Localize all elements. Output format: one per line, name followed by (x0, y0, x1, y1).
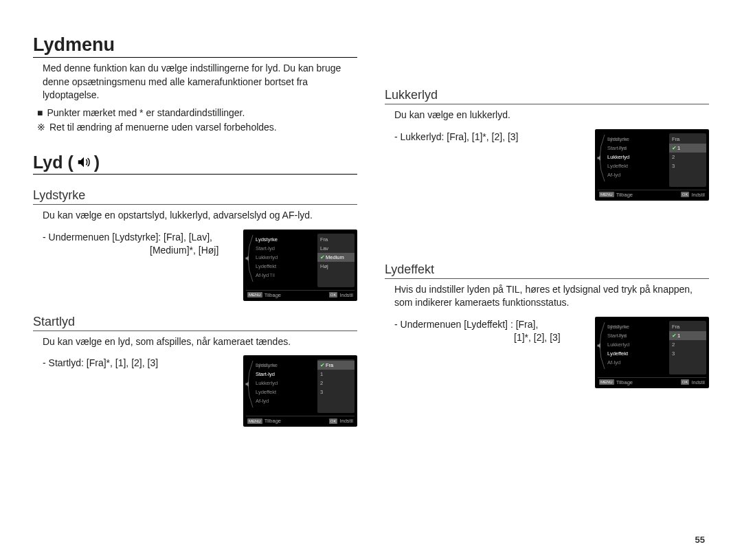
submenu-option: 3 (669, 161, 706, 170)
left-column: Lydmenu Med denne funktion kan du vælge … (33, 34, 357, 427)
lydeffekt-screenshot: LydstyrkeMedium Start-lydFra Lukkerlyd L… (595, 317, 709, 388)
ok-button: OKIndstil (681, 379, 705, 385)
startlyd-screenshot: LydstyrkeMedium Start-lyd Lukkerlyd Lyde… (243, 355, 357, 427)
check-icon: ✔ (672, 331, 677, 340)
speaker-icon (245, 254, 253, 262)
lydeffekt-heading: Lydeffekt (385, 262, 709, 279)
submenu-option-selected: ✔Medium (317, 253, 355, 262)
submenu-option: Fra (317, 235, 355, 244)
speaker-icon (596, 154, 605, 162)
speaker-icon (76, 155, 91, 170)
submenu-option: 3 (669, 349, 706, 358)
submenu-option: 1 (317, 370, 355, 379)
square-bullet-icon: ■ (37, 107, 43, 120)
ok-button: OKIndstil (329, 418, 353, 424)
submenu-option-selected: ✔1 (669, 144, 706, 153)
submenu-option: Høj (317, 262, 355, 271)
menu-item: Lukkerlyd (256, 253, 315, 262)
menu-item: Lydeffekt (607, 349, 666, 358)
lyd-heading: Lyd ( ) (33, 153, 357, 175)
page-title: Lydmenu (33, 34, 357, 58)
menu-item: Start-lydFra (607, 331, 666, 340)
check-icon: ✔ (672, 144, 677, 153)
ok-button: OKIndstil (681, 192, 705, 198)
menu-item: Af-lyd (256, 396, 315, 405)
submenu-option: Fra (669, 135, 706, 144)
back-button: MENUTilbage (599, 379, 633, 385)
menu-item: LydstyrkeMedium (256, 361, 315, 370)
menu-item: Lydeffekt (256, 262, 315, 271)
submenu: Fra ✔1 2 3 (669, 133, 706, 187)
default-note-text: Punkter mærket med * er standardindstill… (47, 107, 245, 120)
speaker-icon (596, 341, 605, 350)
menu-item: Lydeffekt (256, 388, 315, 396)
menu-item: Lydeffekt (607, 161, 666, 170)
intro-paragraph: Med denne funktion kan du vælge indstill… (43, 62, 357, 102)
check-icon: ✔ (320, 361, 325, 370)
submenu-option-selected: ✔1 (669, 331, 706, 340)
submenu-option: Lav (317, 244, 355, 253)
lydstyrke-heading: Lydstyrke (33, 188, 357, 205)
ok-button: OKIndstil (329, 292, 353, 298)
lukkerlyd-sub: - Lukkerlyd: [Fra], [1]*, [2], [3] (394, 131, 587, 144)
default-note: ■ Punkter mærket med * er standardindsti… (37, 107, 357, 120)
menu-item: Af-lyd (607, 170, 666, 179)
menu-item: Lydstyrke (256, 235, 315, 244)
menu-item: Lukkerlyd (256, 379, 315, 388)
submenu-option-selected: ✔Fra (317, 361, 355, 370)
lydstyrke-sub2: [Medium]*, [Høj] (33, 244, 235, 258)
lukkerlyd-heading: Lukkerlyd (385, 88, 709, 104)
change-note: ※ Ret til ændring af menuerne uden varse… (37, 121, 357, 135)
right-column: Lukkerlyd Du kan vælge en lukkerlyd. - L… (385, 34, 709, 427)
lukkerlyd-screenshot: LydstyrkeMedium Start-lydFra Lukkerlyd L… (595, 129, 709, 201)
submenu: ✔Fra 1 2 3 (317, 359, 355, 413)
submenu-option: 2 (317, 379, 355, 388)
lydeffekt-sub2: [1]*, [2], [3] (385, 331, 587, 345)
menu-item: LydstyrkeMedium (607, 322, 666, 331)
back-button: MENUTilbage (599, 192, 633, 198)
back-button: MENUTilbage (247, 292, 281, 298)
startlyd-sub: - Startlyd: [Fra]*, [1], [2], [3] (43, 357, 235, 370)
reference-mark-icon: ※ (37, 121, 45, 135)
menu-item: Lukkerlyd (607, 153, 666, 161)
submenu-option: 2 (669, 153, 706, 161)
submenu: Fra ✔1 2 3 (669, 321, 706, 374)
submenu-option: 3 (317, 388, 355, 396)
back-button: MENUTilbage (247, 418, 281, 424)
submenu: Fra Lav ✔Medium Høj (317, 234, 355, 287)
submenu-option: Fra (669, 322, 706, 331)
lydeffekt-sub1: - Undermenuen [Lydeffekt] : [Fra], (394, 318, 587, 332)
menu-item: Af-lyd (607, 358, 666, 367)
lydeffekt-desc: Hvis du indstiller lyden på TIL, høres e… (394, 283, 709, 310)
speaker-icon (245, 380, 253, 388)
lukkerlyd-desc: Du kan vælge en lukkerlyd. (394, 109, 709, 122)
menu-item: Start-lyd (256, 370, 315, 379)
menu-item: Lukkerlyd (607, 340, 666, 349)
submenu-option: 2 (669, 340, 706, 349)
menu-item: Start-lyd (256, 244, 315, 253)
change-note-text: Ret til ændring af menuerne uden varsel … (49, 121, 277, 135)
check-icon: ✔ (320, 253, 325, 262)
lydstyrke-sub1: - Undermenuen [Lydstyrke]: [Fra], [Lav], (43, 231, 235, 245)
page-number: 55 (695, 535, 705, 545)
menu-item: LydstyrkeMedium (607, 135, 666, 144)
startlyd-desc: Du kan vælge en lyd, som afspilles, når … (43, 335, 357, 349)
menu-item: Af-lydTil (256, 271, 315, 280)
startlyd-heading: Startlyd (33, 315, 357, 331)
lydstyrke-desc: Du kan vælge en opstartslyd, lukkerlyd, … (43, 209, 357, 223)
menu-item: Start-lydFra (607, 144, 666, 153)
lydstyrke-screenshot: Lydstyrke Start-lyd Lukkerlyd Lydeffekt … (243, 229, 357, 301)
